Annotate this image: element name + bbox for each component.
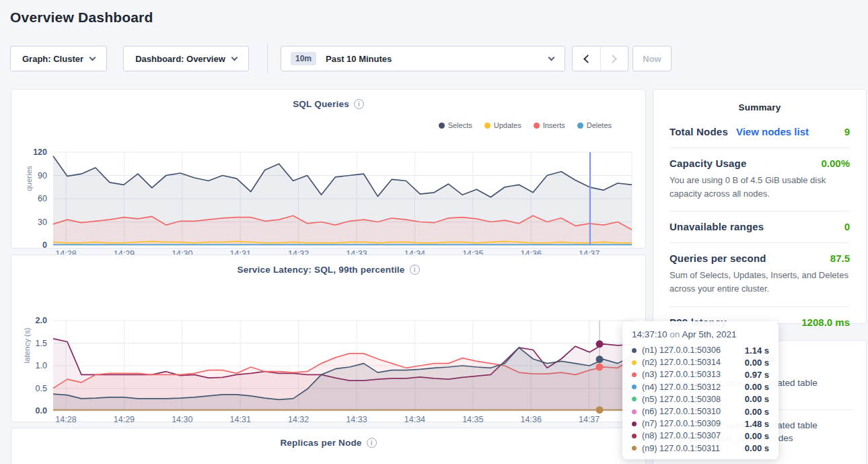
chevron-down-icon: [231, 54, 238, 61]
tooltip-date: Apr 5th, 2021: [682, 329, 736, 339]
node-address: (n6) 127.0.0.1:50310: [642, 407, 721, 416]
service-latency-chart-card: Service Latency: SQL, 99th percentile i …: [11, 255, 646, 422]
y-axis-label: queries: [25, 148, 33, 209]
svg-text:14:34: 14:34: [404, 415, 425, 424]
overview-dashboard-page: Overview Dashboard Graph: Cluster Dashbo…: [0, 0, 868, 464]
node-address: (n5) 127.0.0.1:50308: [642, 395, 721, 404]
service-latency-chart[interactable]: 0.00.51.01.52.014:2814:2914:3014:3114:32…: [11, 275, 647, 442]
node-latency-value: 0.00 s: [745, 407, 769, 417]
legend-dot: [484, 123, 491, 129]
now-button[interactable]: Now: [632, 46, 672, 71]
chart-title: Service Latency: SQL, 99th percentile: [238, 265, 405, 275]
node-address: (n7) 127.0.0.1:50309: [642, 419, 721, 428]
time-range-badge: 10m: [291, 52, 316, 65]
view-nodes-list-link[interactable]: View nodes list: [736, 126, 809, 137]
svg-text:14:32: 14:32: [288, 415, 309, 424]
svg-text:120: 120: [33, 147, 47, 157]
summary-row-unavailable: Unavailable ranges 0: [670, 211, 850, 243]
legend-item-updates[interactable]: Updates: [484, 121, 521, 129]
now-button-label: Now: [643, 54, 661, 64]
replicas-chart-card: Replicas per Node i: [11, 428, 646, 464]
unavailable-ranges-label: Unavailable ranges: [670, 221, 764, 232]
legend-item-selects[interactable]: Selects: [439, 121, 472, 129]
sql-queries-chart[interactable]: 030609012014:2814:2914:3014:3114:3214:33…: [11, 109, 647, 269]
y-axis-label: latency (s): [23, 315, 31, 376]
prev-range-button[interactable]: [573, 46, 600, 71]
tooltip-node-row: (n1) 127.0.0.1:503061.14 s: [632, 344, 769, 356]
node-latency-value: 0.00 s: [745, 394, 769, 404]
chevron-right-icon: [608, 55, 617, 63]
chart-hover-tooltip: 14:37:10 on Apr 5th, 2021 (n1) 127.0.0.1…: [622, 321, 779, 459]
summary-row-total-nodes: Total Nodes View nodes list 9: [670, 117, 850, 148]
legend-item-deletes[interactable]: Deletes: [577, 121, 612, 129]
chart-title: SQL Queries: [293, 99, 349, 109]
node-color-dot: [632, 348, 637, 353]
sql-queries-chart-card: SQL Queries i SelectsUpdatesInsertsDelet…: [11, 89, 646, 248]
node-address: (n9) 127.0.0.1:50311: [642, 444, 720, 453]
total-nodes-value: 9: [844, 126, 850, 137]
p99-latency-value: 1208.0 ms: [801, 317, 850, 328]
summary-heading: Summary: [653, 90, 866, 112]
node-latency-value: 1.48 s: [745, 419, 769, 429]
tooltip-node-row: (n6) 127.0.0.1:503100.00 s: [632, 405, 769, 418]
node-address: (n8) 127.0.0.1:50307: [642, 431, 721, 440]
svg-text:90: 90: [38, 171, 47, 180]
chevron-down-icon: [548, 54, 555, 61]
page-title: Overview Dashboard: [10, 9, 153, 26]
info-icon[interactable]: i: [354, 99, 364, 109]
time-range-label: Past 10 Minutes: [326, 54, 392, 64]
tooltip-node-row: (n7) 127.0.0.1:503091.48 s: [632, 418, 769, 430]
chart-title: Replicas per Node: [280, 438, 361, 448]
tooltip-node-row: (n9) 127.0.0.1:503110.00 s: [632, 442, 769, 455]
legend-label: Inserts: [543, 121, 565, 129]
node-color-dot: [632, 397, 637, 401]
summary-row-capacity: Capacity Usage 0.00% You are using 0 B o…: [670, 148, 850, 211]
node-latency-value: 0.00 s: [745, 382, 769, 392]
node-latency-value: 0.00 s: [745, 358, 769, 368]
svg-text:14:30: 14:30: [172, 415, 192, 424]
info-icon[interactable]: i: [367, 438, 377, 448]
svg-text:0.5: 0.5: [36, 384, 47, 393]
legend-label: Deletes: [587, 121, 612, 129]
svg-text:0: 0: [42, 240, 47, 250]
dashboard-dropdown[interactable]: Dashboard: Overview: [123, 46, 249, 71]
legend-dot: [577, 123, 583, 129]
graph-scope-label: Graph: Cluster: [22, 54, 83, 64]
capacity-label: Capacity Usage: [670, 158, 747, 169]
qps-description: Sum of Selects, Updates, Inserts, and De…: [670, 269, 850, 296]
node-address: (n2) 127.0.0.1:50314: [642, 358, 721, 367]
dashboard-label: Dashboard: Overview: [135, 54, 225, 64]
svg-text:14:37: 14:37: [579, 415, 600, 424]
svg-text:14:29: 14:29: [114, 415, 135, 424]
legend-dot: [439, 123, 445, 129]
node-latency-value: 0.00 s: [745, 431, 769, 441]
node-color-dot: [632, 385, 637, 389]
summary-panel: Summary Total Nodes View nodes list 9 Ca…: [653, 89, 867, 324]
node-color-dot: [632, 434, 637, 438]
time-range-selector[interactable]: 10m Past 10 Minutes: [281, 46, 565, 71]
tooltip-rows: (n1) 127.0.0.1:503061.14 s(n2) 127.0.0.1…: [632, 344, 769, 455]
svg-text:0.0: 0.0: [36, 406, 47, 416]
legend-dot: [534, 123, 540, 129]
qps-value: 87.5: [830, 253, 850, 264]
legend-label: Updates: [494, 121, 521, 129]
node-address: (n3) 127.0.0.1:50313: [642, 370, 721, 379]
next-range-button[interactable]: [600, 46, 628, 71]
info-icon[interactable]: i: [410, 265, 420, 275]
tooltip-timestamp: 14:37:10 on Apr 5th, 2021: [632, 329, 769, 339]
tooltip-time: 14:37:10: [632, 329, 667, 339]
node-color-dot: [632, 422, 637, 426]
graph-scope-dropdown[interactable]: Graph: Cluster: [10, 46, 107, 71]
node-color-dot: [632, 446, 637, 451]
svg-text:1.0: 1.0: [36, 361, 47, 370]
svg-text:14:33: 14:33: [346, 415, 367, 424]
legend-item-inserts[interactable]: Inserts: [534, 121, 565, 129]
svg-text:14:28: 14:28: [55, 415, 76, 424]
tooltip-node-row: (n4) 127.0.0.1:503120.00 s: [632, 381, 769, 393]
time-step-buttons: [572, 46, 628, 71]
qps-label: Queries per second: [670, 253, 766, 264]
svg-text:30: 30: [38, 218, 47, 227]
capacity-value: 0.00%: [821, 158, 850, 169]
chevron-down-icon: [89, 54, 96, 61]
svg-text:14:31: 14:31: [230, 415, 251, 424]
